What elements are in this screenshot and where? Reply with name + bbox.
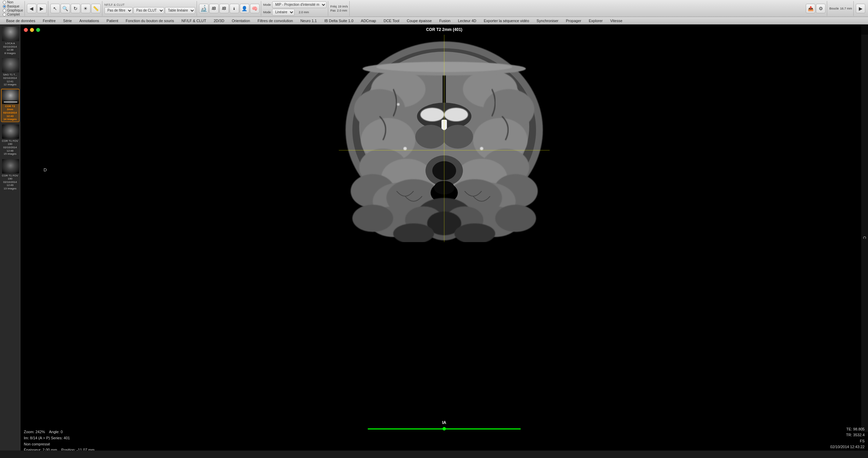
ib-icon[interactable]: IB bbox=[209, 4, 219, 13]
minimize-button[interactable] bbox=[30, 28, 34, 32]
export-icon[interactable]: 📤 bbox=[806, 4, 815, 13]
menu-speed[interactable]: Vitesse bbox=[607, 18, 626, 23]
thumb-cor-t2 bbox=[2, 90, 19, 104]
edge-label: C bbox=[863, 236, 867, 239]
menu-nflf[interactable]: NF/LF & CLUT bbox=[178, 18, 210, 23]
ib2-icon[interactable]: IB bbox=[219, 4, 229, 13]
mode-complet-label: Complet bbox=[7, 13, 20, 16]
projection-select[interactable]: MIP - Projection d'intensité max bbox=[272, 1, 327, 8]
mode-non-label: Non bbox=[7, 0, 13, 4]
fs-value: FS bbox=[830, 438, 865, 444]
close-button[interactable] bbox=[24, 28, 28, 32]
zoom-tool[interactable]: 🔍 bbox=[61, 4, 70, 13]
maximize-button[interactable] bbox=[36, 28, 40, 32]
clut-select[interactable]: Pas de CLUT bbox=[133, 7, 164, 14]
mode-basique-radio[interactable]: Basique bbox=[3, 4, 23, 8]
wl-tool[interactable]: ☀ bbox=[81, 4, 90, 13]
menu-fusion[interactable]: Fusion bbox=[436, 18, 454, 23]
svg-point-48 bbox=[403, 147, 407, 150]
loop-value: 16.7 mm bbox=[840, 7, 852, 10]
viewer-header: COR T2 2mm (401) bbox=[20, 24, 868, 35]
play-button[interactable]: ▶ bbox=[856, 4, 865, 13]
menu-annotations[interactable]: Annotations bbox=[76, 18, 102, 23]
thumb-sag bbox=[2, 58, 19, 72]
mode-graphique-label: Graphique bbox=[7, 9, 23, 12]
menu-database[interactable]: Base de données bbox=[3, 18, 39, 23]
mode-non-radio[interactable]: Non bbox=[3, 0, 23, 4]
zoom-angle: Zoom: 242% Angle: 0 bbox=[24, 429, 830, 435]
menu-bar: Base de données Fenêtre Série Annotation… bbox=[0, 17, 868, 24]
menu-filters[interactable]: Filtres de convolution bbox=[254, 18, 296, 23]
thickness-position: Épaisseur: 2.00 mm Position: -11.07 mm bbox=[24, 447, 830, 451]
prev-button[interactable]: ◀ bbox=[27, 4, 36, 13]
sidebar-item-cor-t1-fov2[interactable]: COR T1 FOV 190 02/10/2014 12:49 13 Image… bbox=[1, 158, 19, 191]
mode-graphique-dot bbox=[3, 9, 6, 12]
menu-propagate[interactable]: Propager bbox=[563, 18, 585, 23]
filter-icon-group: 🔬 IB IB 🌡 👤 🧠 bbox=[198, 1, 261, 16]
tr-value: TR: 3532.4 bbox=[830, 432, 865, 438]
menu-explorer[interactable]: Explorer bbox=[585, 18, 606, 23]
menu-export-video[interactable]: Exporter la séquence vidéo bbox=[480, 18, 532, 23]
proj-value-label: 2.0 mm bbox=[299, 11, 309, 14]
projection-group: Mode MIP - Projection d'intensité max Mo… bbox=[262, 1, 329, 16]
thickness-value: Épaisseur: 2.00 mm bbox=[24, 448, 57, 451]
settings-icon[interactable]: ⚙ bbox=[816, 4, 825, 13]
sidebar-item-loca[interactable]: LOCA A 02/10/2014 12:38 8 Images bbox=[1, 26, 19, 56]
te-value: TE: 98.805 bbox=[830, 426, 865, 432]
svg-point-15 bbox=[352, 205, 393, 232]
pointer-tool[interactable]: ↖ bbox=[50, 4, 60, 13]
mode-proj-label: Mode bbox=[263, 3, 271, 6]
menu-adcmap[interactable]: ADCmap bbox=[357, 18, 380, 23]
d-label: D bbox=[44, 167, 47, 172]
mode-basique-dot bbox=[3, 5, 6, 8]
filter-icon[interactable]: 🔬 bbox=[199, 4, 208, 13]
sidebar-item-cor-t2[interactable]: COR T2 2mm 02/10/2014 12:43 14 Images bbox=[1, 89, 19, 122]
measure-tool[interactable]: 📏 bbox=[91, 4, 101, 13]
freq-group: Fréq 19 im/s Pas 2.0 mm bbox=[329, 1, 350, 16]
im-info: Im: 8/14 (A > P) Series: 401 bbox=[24, 435, 830, 441]
menu-sync[interactable]: Synchroniser bbox=[533, 18, 562, 23]
menu-mouse-fn[interactable]: Fonction du bouton de souris bbox=[122, 18, 178, 23]
adc-icon[interactable]: 🌡 bbox=[230, 4, 239, 13]
menu-reader-4d[interactable]: Lecteur 4D bbox=[454, 18, 480, 23]
label-sag: SAG T1 T... 02/10/2014 12:41 12 Images bbox=[2, 73, 18, 86]
menu-neuro[interactable]: Neuro 1.1 bbox=[297, 18, 320, 23]
pas-label: Pas bbox=[330, 9, 336, 12]
nf-select[interactable]: Pas de filtre bbox=[104, 7, 133, 14]
main-content: LOCA A 02/10/2014 12:38 8 Images SAG T1 … bbox=[0, 24, 868, 451]
viewer[interactable]: COR T2 2mm (401) SP D bbox=[20, 24, 868, 451]
mode-basique-label: Basique bbox=[7, 4, 19, 8]
mode2-select[interactable]: Linéaire bbox=[272, 9, 295, 16]
next-button[interactable]: ▶ bbox=[37, 4, 47, 13]
label-cor-t1-fov1: COR T1 FOV 190 02/10/2014 12:48 15 Image… bbox=[2, 139, 18, 156]
menu-ib-delta[interactable]: IB Delta Suite 1.0 bbox=[321, 18, 357, 23]
mode-graphique-radio[interactable]: Graphique bbox=[3, 9, 23, 12]
menu-fenetre[interactable]: Fenêtre bbox=[39, 18, 59, 23]
nflf-group: NF/LF & CLUT Pas de filtre Pas de CLUT T… bbox=[103, 1, 197, 16]
sidebar-item-cor-t1-fov1[interactable]: COR T1 FOV 190 02/10/2014 12:48 15 Image… bbox=[1, 123, 19, 157]
menu-orientation[interactable]: Orientation bbox=[228, 18, 253, 23]
mode-complet-radio[interactable]: Complet bbox=[3, 13, 23, 16]
person-icon[interactable]: 👤 bbox=[240, 4, 249, 13]
viewer-title: COR T2 2mm (401) bbox=[426, 27, 463, 32]
tool-group: ↖ 🔍 ↻ ☀ 📏 bbox=[49, 1, 102, 16]
label-loca: LOCA A 02/10/2014 12:38 8 Images bbox=[2, 42, 18, 55]
right-edge: C bbox=[861, 24, 868, 451]
made-in: Made In OsiriX bbox=[830, 450, 865, 451]
menu-patient[interactable]: Patient bbox=[103, 18, 121, 23]
menu-dce[interactable]: DCE Tool bbox=[380, 18, 403, 23]
thumb-loca bbox=[2, 27, 19, 41]
freq-label: Fréq bbox=[330, 5, 337, 8]
sidebar-item-sag[interactable]: SAG T1 T... 02/10/2014 12:41 12 Images bbox=[1, 57, 19, 87]
loop-label: Boucle bbox=[829, 7, 839, 10]
nav-group: ◀ ▶ bbox=[26, 1, 48, 16]
label-cor-t1-fov2: COR T1 FOV 190 02/10/2014 12:49 13 Image… bbox=[2, 174, 18, 190]
table-select[interactable]: Table linéaire bbox=[165, 7, 195, 14]
menu-serie[interactable]: Série bbox=[60, 18, 76, 23]
brain-icon[interactable]: 🧠 bbox=[250, 4, 260, 13]
svg-point-33 bbox=[443, 125, 473, 149]
rotate-tool[interactable]: ↻ bbox=[71, 4, 80, 13]
zoom-value: Zoom: 242% bbox=[24, 430, 45, 434]
menu-thick[interactable]: Coupe épaisse bbox=[403, 18, 435, 23]
menu-2d3d[interactable]: 2D/3D bbox=[210, 18, 228, 23]
